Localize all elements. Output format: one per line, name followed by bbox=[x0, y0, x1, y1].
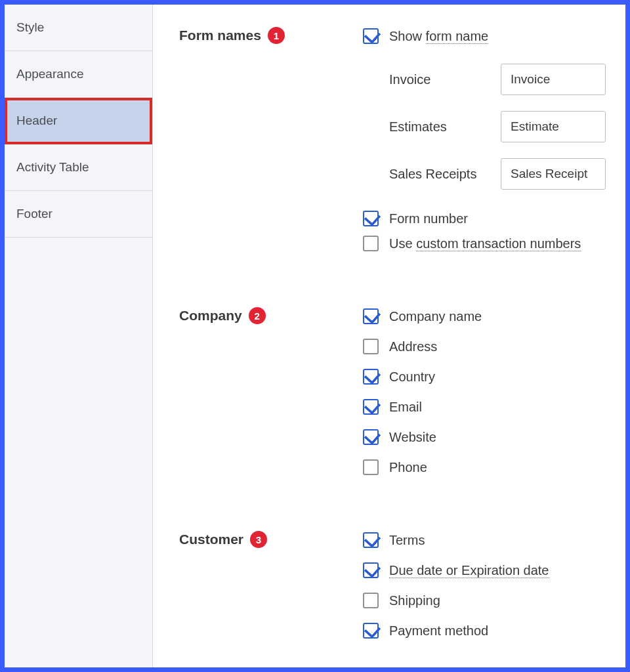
shipping-checkbox[interactable] bbox=[363, 593, 379, 608]
field-row-sales-receipts: Sales Receipts bbox=[363, 158, 625, 190]
sidebar-item-header[interactable]: Header bbox=[5, 98, 152, 144]
country-label: Country bbox=[389, 369, 435, 385]
due-date-label: Due date or Expiration date bbox=[389, 563, 549, 578]
email-label: Email bbox=[389, 400, 422, 415]
due-date-checkbox[interactable] bbox=[363, 562, 379, 578]
sidebar-item-activity-table[interactable]: Activity Table bbox=[5, 144, 152, 191]
sales-receipts-name-input[interactable] bbox=[501, 158, 606, 190]
website-label: Website bbox=[389, 430, 436, 445]
custom-txn-checkbox[interactable] bbox=[363, 236, 379, 251]
form-number-row: Form number bbox=[363, 209, 625, 228]
phone-checkbox[interactable] bbox=[363, 459, 379, 475]
section-title: Form names 1 bbox=[179, 27, 363, 44]
country-checkbox[interactable] bbox=[363, 369, 379, 385]
company-name-checkbox[interactable] bbox=[363, 308, 379, 324]
website-row: Website bbox=[363, 428, 625, 446]
content-pane: Form names 1 Show form name Invoice Esti… bbox=[153, 5, 625, 667]
website-checkbox[interactable] bbox=[363, 429, 379, 445]
terms-label: Terms bbox=[389, 533, 425, 548]
app-frame: Style Appearance Header Activity Table F… bbox=[0, 0, 630, 672]
section-title: Customer 3 bbox=[179, 531, 363, 548]
shipping-label: Shipping bbox=[389, 593, 440, 608]
company-name-label: Company name bbox=[389, 309, 482, 324]
custom-txn-label: Use custom transaction numbers bbox=[389, 236, 581, 251]
phone-row: Phone bbox=[363, 458, 625, 476]
sidebar: Style Appearance Header Activity Table F… bbox=[5, 5, 153, 667]
terms-row: Terms bbox=[363, 531, 625, 549]
phone-label: Phone bbox=[389, 460, 427, 475]
custom-txn-row: Use custom transaction numbers bbox=[363, 234, 625, 253]
due-date-row: Due date or Expiration date bbox=[363, 561, 625, 579]
estimates-name-input[interactable] bbox=[501, 111, 606, 142]
section-title-text: Form names bbox=[179, 28, 261, 43]
payment-method-label: Payment method bbox=[389, 623, 488, 639]
country-row: Country bbox=[363, 368, 625, 386]
address-label: Address bbox=[389, 339, 437, 354]
payment-method-row: Payment method bbox=[363, 621, 625, 640]
annotation-badge-1: 1 bbox=[268, 27, 285, 44]
form-number-label: Form number bbox=[389, 211, 468, 226]
field-label: Invoice bbox=[389, 72, 501, 87]
section-title-text: Customer bbox=[179, 532, 243, 547]
sidebar-item-appearance[interactable]: Appearance bbox=[5, 51, 152, 98]
sidebar-item-footer[interactable]: Footer bbox=[5, 191, 152, 238]
section-title: Company 2 bbox=[179, 307, 363, 324]
shipping-row: Shipping bbox=[363, 591, 625, 610]
section-form-names: Form names 1 Show form name Invoice Esti… bbox=[179, 27, 625, 264]
section-customer: Customer 3 Terms Due date or Expiration … bbox=[179, 531, 625, 652]
email-checkbox[interactable] bbox=[363, 399, 379, 415]
sidebar-item-style[interactable]: Style bbox=[5, 5, 152, 51]
annotation-badge-3: 3 bbox=[250, 531, 267, 548]
address-row: Address bbox=[363, 337, 625, 356]
show-form-name-row: Show form name bbox=[363, 27, 625, 45]
section-company: Company 2 Company name Address Country bbox=[179, 307, 625, 488]
form-name-help-link[interactable]: form name bbox=[426, 29, 489, 44]
field-label: Sales Receipts bbox=[389, 167, 501, 182]
section-title-text: Company bbox=[179, 308, 242, 324]
annotation-badge-2: 2 bbox=[249, 307, 266, 324]
custom-txn-help-link[interactable]: custom transaction numbers bbox=[416, 236, 581, 251]
company-name-row: Company name bbox=[363, 307, 625, 326]
invoice-name-input[interactable] bbox=[501, 64, 606, 95]
address-checkbox[interactable] bbox=[363, 339, 379, 354]
field-label: Estimates bbox=[389, 119, 501, 135]
show-form-name-checkbox[interactable] bbox=[363, 28, 379, 44]
terms-checkbox[interactable] bbox=[363, 532, 379, 548]
field-row-invoice: Invoice bbox=[363, 64, 625, 95]
form-number-checkbox[interactable] bbox=[363, 211, 379, 226]
field-row-estimates: Estimates bbox=[363, 111, 625, 142]
email-row: Email bbox=[363, 398, 625, 416]
payment-method-checkbox[interactable] bbox=[363, 623, 379, 639]
due-date-help-link[interactable]: Due date or Expiration date bbox=[389, 563, 549, 578]
show-form-name-label: Show form name bbox=[389, 29, 488, 44]
